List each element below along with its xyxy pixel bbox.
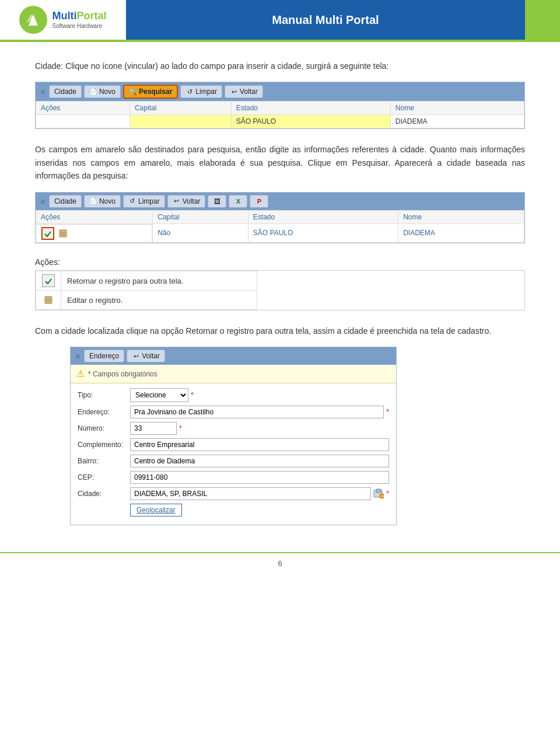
back-icon[interactable]: «	[40, 86, 46, 97]
col-acoes: Ações	[36, 102, 130, 115]
panel-city-search: « Cidade 📄 Novo 🔍 Pesquisar ↺ Limpar ↩ V…	[35, 82, 525, 129]
addr-form: Tipo: Selecione * Endereço: * Número: * …	[71, 383, 396, 525]
input-bairro[interactable]	[130, 455, 389, 467]
cell2-nome: DIADEMA	[398, 224, 524, 243]
actions-table: Retornar o registro para outra tela. Edi…	[35, 270, 525, 310]
panel2-table: Ações Capital Estado Nome	[36, 210, 524, 243]
svg-rect-2	[60, 230, 66, 237]
label-endereco: Endereço:	[78, 408, 130, 416]
action-icon-edit	[36, 291, 61, 310]
label-complemento: Complemento:	[78, 441, 130, 449]
pdf-export-btn[interactable]: P	[250, 195, 268, 208]
label-numero: Número:	[78, 424, 130, 432]
vincular-icon-container: +	[373, 488, 384, 499]
address-panel: « Endereço ↩ Voltar ⚠ * Campos obrigatór…	[70, 347, 397, 525]
limpar-label: Limpar	[195, 88, 217, 96]
logo-svg	[24, 11, 43, 29]
edit-action-icon[interactable]	[57, 227, 69, 240]
checkmark-svg	[44, 229, 52, 238]
input-numero[interactable]	[130, 422, 177, 435]
cidade-title-btn: Cidade	[49, 85, 82, 98]
required-endereco: *	[386, 408, 389, 416]
main-content: Cidade: Clique no ícone (vincular) ao la…	[0, 42, 560, 552]
img-export-btn[interactable]: 🖼	[208, 195, 226, 208]
header: MultiPortal Software Hardware Manual Mul…	[0, 0, 560, 42]
geo-button[interactable]: Geolocalizar	[130, 504, 182, 516]
warning-text: * Campos obrigatórios	[88, 370, 158, 378]
xls-export-btn[interactable]: X	[229, 195, 247, 208]
field-cidade: Cidade: + *	[78, 487, 389, 500]
voltar-icon: ↩	[230, 88, 238, 96]
img-icon: 🖼	[213, 197, 221, 205]
cidade2-title-btn: Cidade	[49, 195, 82, 208]
cidade-label: Cidade	[54, 88, 76, 96]
pesquisar-label: Pesquisar	[139, 88, 172, 96]
required-numero: *	[179, 424, 182, 432]
table-row: SÃO PAULO DIADEMA	[36, 115, 524, 128]
addr-back-icon[interactable]: «	[75, 351, 80, 361]
voltar-label: Voltar	[240, 88, 258, 96]
acoes-label: Ações:	[35, 257, 525, 267]
return-icon	[42, 274, 55, 287]
cell-estado: SÃO PAULO	[231, 115, 390, 128]
warning-icon: ⚠	[76, 368, 85, 379]
logo-circle	[19, 6, 47, 34]
svg-rect-9	[376, 489, 381, 493]
cell-capital	[130, 115, 231, 128]
back2-icon[interactable]: «	[40, 196, 46, 207]
action-icon-return	[36, 271, 61, 291]
col2-capital: Capital	[153, 210, 249, 224]
vincular-icon[interactable]: +	[373, 488, 384, 499]
addr-voltar-icon: ↩	[132, 352, 140, 360]
novo-label: Novo	[99, 88, 116, 96]
cell2-estado: SÃO PAULO	[248, 224, 398, 243]
col-estado: Estado	[231, 102, 390, 115]
addr-voltar-btn[interactable]: ↩ Voltar	[127, 350, 165, 362]
svg-text:+: +	[381, 494, 383, 498]
return-action-icon[interactable]	[41, 227, 54, 240]
voltar-btn[interactable]: ↩ Voltar	[225, 85, 263, 98]
xls-icon: X	[234, 197, 242, 205]
pdf-icon: P	[255, 197, 263, 205]
header-accent	[525, 0, 560, 40]
field-complemento: Complemento:	[78, 438, 389, 451]
novo-btn[interactable]: 📄 Novo	[84, 85, 121, 98]
input-tipo[interactable]: Selecione	[130, 388, 188, 402]
panel-city-results: « Cidade 📄 Novo ↺ Limpar ↩ Voltar 🖼 X	[35, 192, 525, 244]
action-row-edit: Editar o registro.	[36, 291, 257, 310]
field-bairro: Bairro:	[78, 455, 389, 467]
label-cidade: Cidade:	[78, 490, 130, 498]
label-tipo: Tipo:	[78, 391, 130, 399]
col-nome: Nome	[390, 102, 524, 115]
field-endereco: Endereço: *	[78, 406, 389, 418]
input-endereco[interactable]	[130, 406, 384, 418]
label-cep: CEP:	[78, 473, 130, 481]
edit-icon	[42, 294, 55, 306]
panel1-table: Ações Capital Estado Nome SÃO PAULO DIAD…	[36, 101, 524, 128]
limpar2-icon: ↺	[128, 197, 136, 205]
edit-svg	[58, 229, 68, 238]
edit-svg2	[44, 295, 53, 305]
col2-nome: Nome	[398, 210, 524, 224]
novo2-btn[interactable]: 📄 Novo	[84, 195, 121, 208]
limpar-btn[interactable]: ↺ Limpar	[180, 85, 222, 98]
action-desc-edit: Editar o registro.	[61, 291, 257, 310]
input-complemento[interactable]	[130, 438, 389, 451]
voltar2-btn[interactable]: ↩ Voltar	[167, 195, 206, 208]
input-cidade[interactable]	[130, 487, 371, 500]
limpar2-btn[interactable]: ↺ Limpar	[123, 195, 165, 208]
cell2-capital: Não	[153, 224, 249, 243]
addr-toolbar: « Endereço ↩ Voltar	[71, 347, 396, 365]
action-desc-return: Retornar o registro para outra tela.	[61, 271, 257, 291]
col2-acoes: Ações	[36, 210, 153, 224]
field-tipo: Tipo: Selecione *	[78, 388, 389, 402]
input-cep[interactable]	[130, 471, 389, 484]
label-bairro: Bairro:	[78, 457, 130, 465]
voltar2-icon: ↩	[173, 197, 181, 205]
pesquisar-btn[interactable]: 🔍 Pesquisar	[123, 85, 178, 99]
panel2-toolbar: « Cidade 📄 Novo ↺ Limpar ↩ Voltar 🖼 X	[36, 193, 524, 210]
novo2-icon: 📄	[89, 197, 97, 205]
field-cep: CEP:	[78, 471, 389, 484]
cell-nome: DIADEMA	[390, 115, 524, 128]
addr-title-label: Endereço	[89, 352, 119, 360]
